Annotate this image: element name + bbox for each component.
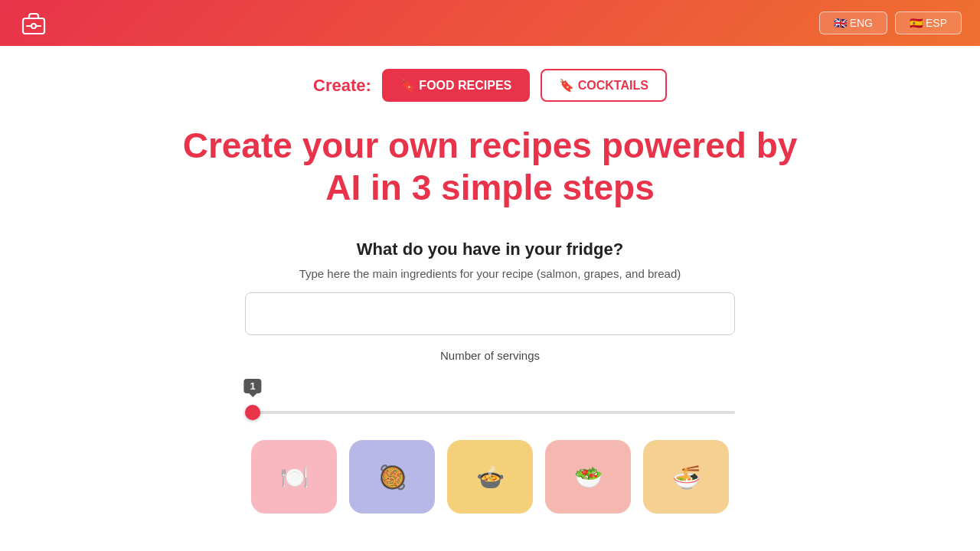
slider-container: 1 [245,380,735,417]
lang-eng-flag-icon: 🇬🇧 [834,17,847,29]
cuisine-card-2[interactable]: 🥘 [349,440,435,514]
create-row: Create: 🔖 FOOD RECIPES 🔖 COCKTAILS [313,69,667,102]
cuisine-card-4-icon: 🥗 [574,464,603,491]
lang-eng-button[interactable]: 🇬🇧 ENG [819,11,887,34]
lang-eng-label: ENG [850,17,873,29]
lang-esp-flag-icon: 🇪🇸 [910,17,923,29]
cuisine-card-3[interactable]: 🍲 [447,440,533,514]
food-recipes-button[interactable]: 🔖 FOOD RECIPES [382,69,530,102]
cuisine-card-4[interactable]: 🥗 [545,440,631,514]
logo-area [18,8,49,38]
servings-slider[interactable] [245,411,735,414]
create-label: Create: [313,76,371,96]
cuisine-card-1-icon: 🍽️ [280,464,309,491]
cuisine-card-3-icon: 🍲 [476,464,505,491]
slider-tooltip: 1 [243,379,261,393]
cuisine-card-5-icon: 🍜 [672,464,701,491]
ingredients-instruction: Type here the main ingredients for your … [299,267,681,280]
lang-esp-button[interactable]: 🇪🇸 ESP [895,11,962,34]
ingredients-form-section: What do you have in your fridge? Type he… [245,240,735,335]
hero-title-line1: Create your own recipes powered by [183,126,798,165]
hero-title-line2: AI in 3 simple steps [325,168,654,207]
language-buttons: 🇬🇧 ENG 🇪🇸 ESP [819,11,962,34]
servings-label: Number of servings [440,349,540,362]
cuisine-card-2-icon: 🥘 [378,464,407,491]
main-content: Create: 🔖 FOOD RECIPES 🔖 COCKTAILS Creat… [0,46,980,544]
cuisine-card-5[interactable]: 🍜 [643,440,729,514]
lang-esp-label: ESP [926,17,947,29]
cuisine-cards-section: 🍽️ 🥘 🍲 🥗 🍜 [230,440,750,514]
app-logo-icon [18,8,49,38]
hero-title: Create your own recipes powered by AI in… [183,125,798,209]
ingredients-input[interactable] [245,292,735,335]
cocktails-button[interactable]: 🔖 COCKTAILS [541,69,667,102]
servings-section: Number of servings 1 [245,349,735,417]
fridge-question: What do you have in your fridge? [357,240,623,259]
cuisine-card-1[interactable]: 🍽️ [251,440,337,514]
header: 🇬🇧 ENG 🇪🇸 ESP [0,0,980,46]
